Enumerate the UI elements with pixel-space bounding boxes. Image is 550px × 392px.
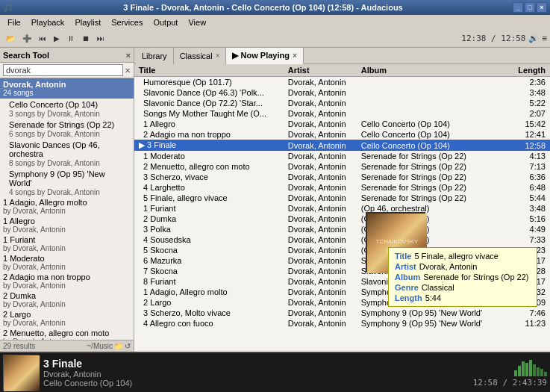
tab-nowplaying-label: ▶ Now Playing — [232, 51, 289, 60]
sidebar-single-6[interactable]: 2 Largo by Dvorak, Antonin — [0, 309, 134, 328]
tab-classical[interactable]: Classical × — [174, 48, 227, 64]
track-album: Symphony 9 (Op 95) 'New World' — [357, 308, 510, 318]
track-length: 6:36 — [510, 172, 550, 182]
track-album: Serenade for Strings (Op 22) — [357, 193, 510, 203]
track-title: 1 Allegro — [134, 119, 284, 129]
table-row[interactable]: Slavonic Dance (Op 72.2) 'Star... Dvorak… — [134, 98, 550, 108]
menu-view[interactable]: View — [184, 16, 210, 28]
sidebar-list: Dvorak, Antonin 24 songs Cello Concerto … — [0, 78, 134, 340]
table-row[interactable]: 1 Moderato Dvorak, Antonin Serenade for … — [134, 151, 550, 161]
sidebar-album-item-0[interactable]: Cello Concerto (Op 104) 3 songs by Dvora… — [0, 99, 134, 119]
search-clear-icon[interactable]: ✕ — [125, 66, 131, 75]
sidebar-single-1[interactable]: 1 Allegro by Dvorak, Antonin — [0, 216, 134, 234]
menu-playlist[interactable]: Playlist — [70, 16, 105, 28]
time-info: 12:58 / 2:43:39 — [473, 378, 547, 388]
track-length: 5:44 — [510, 193, 550, 203]
table-row[interactable]: 1 Furiant Dvorak, Antonin (Op 46, orches… — [134, 203, 550, 214]
table-row[interactable]: 3 Scherzo, Molto vivace Dvorak, Antonin … — [134, 308, 550, 318]
track-title: 3 Polka — [134, 224, 284, 234]
now-playing-album: Cello Concerto (Op 104) — [43, 379, 469, 388]
prev-button[interactable]: ⏮ — [36, 32, 49, 46]
track-length: 4:49 — [510, 224, 550, 234]
menu-playback[interactable]: Playback — [27, 16, 69, 28]
time-display: 12:38 / 12:58 🔊 ≡ — [461, 34, 547, 43]
track-length: 7:33 — [510, 234, 550, 245]
search-input[interactable] — [3, 64, 123, 76]
table-row[interactable]: 2 Adagio ma non troppo Dvorak, Antonin C… — [134, 129, 550, 140]
table-row[interactable]: 3 Scherzo, vivace Dvorak, Antonin Serena… — [134, 172, 550, 182]
tab-library[interactable]: Library — [136, 48, 174, 64]
track-title: 3 Scherzo, vivace — [134, 172, 284, 182]
tab-nowplaying-close[interactable]: × — [293, 52, 297, 60]
table-row[interactable]: 2 Menuetto, allegro con moto Dvorak, Ant… — [134, 161, 550, 172]
track-title: 2 Adagio ma non troppo — [134, 129, 284, 140]
track-title: ▶ 3 Finale — [134, 140, 284, 151]
table-row[interactable]: 4 Larghetto Dvorak, Antonin Serenade for… — [134, 182, 550, 193]
sidebar-single-3[interactable]: 1 Moderato by Dvorak, Antonin — [0, 253, 134, 272]
track-length: 12:41 — [510, 129, 550, 140]
tooltip-artist-value: Dvorak, Antonin — [419, 262, 478, 271]
table-row[interactable]: Humoresque (Op 101.7) Dvorak, Antonin 2:… — [134, 77, 550, 88]
album-name-1: Serenade for Strings (Op 22) — [3, 119, 131, 130]
sidebar-single-4[interactable]: 2 Adagio ma non troppo by Dvorak, Antoni… — [0, 272, 134, 290]
tooltip-album-value: Serenade for Strings (Op 22) — [423, 273, 528, 281]
tooltip-album-row: Album Serenade for Strings (Op 22) — [395, 272, 531, 282]
menu-output[interactable]: Output — [149, 16, 182, 28]
track-album — [357, 108, 510, 119]
tooltip-title-label: Title — [395, 252, 411, 261]
track-title: 5 Finale, allegro vivace — [134, 193, 284, 203]
table-row[interactable]: 1 Allegro Dvorak, Antonin Cello Concerto… — [134, 119, 550, 129]
track-artist: Dvorak, Antonin — [284, 308, 357, 318]
track-album: Serenade for Strings (Op 22) — [357, 151, 510, 161]
stop-button[interactable]: ⏹ — [79, 32, 93, 46]
sidebar-album-item-1[interactable]: Serenade for Strings (Op 22) 6 songs by … — [0, 119, 134, 139]
tabs-bar: Library Classical × ▶ Now Playing × — [134, 48, 550, 64]
sidebar-album-item-3[interactable]: Symphony 9 (Op 95) 'New World' 4 songs b… — [0, 168, 134, 197]
viz-bar — [518, 366, 521, 376]
sidebar-single-7[interactable]: 2 Menuetto, allegro con moto by Dvorak, … — [0, 328, 134, 340]
titlebar-title: 3 Finale - Dvorak, Antonin - Cello Conce… — [13, 3, 513, 12]
track-album: Serenade for Strings (Op 22) — [357, 182, 510, 193]
artist-count: 24 songs — [3, 89, 131, 97]
sidebar-single-0[interactable]: 1 Adagio, Allegro molto by Dvorak, Anton… — [0, 197, 134, 216]
add-button[interactable]: ➕ — [19, 32, 34, 46]
sidebar-single-5[interactable]: 2 Dumka by Dvorak, Antonin — [0, 290, 134, 309]
table-row[interactable]: 2 Dumka Dvorak, Antonin (Op 46, orchestr… — [134, 214, 550, 224]
track-album: Cello Concerto (Op 104) — [357, 119, 510, 129]
play-button[interactable]: ▶ — [51, 32, 63, 46]
table-row[interactable]: 4 Allegro con fuoco Dvorak, Antonin Symp… — [134, 318, 550, 329]
titlebar: 🎵 3 Finale - Dvorak, Antonin - Cello Con… — [0, 0, 550, 15]
next-button[interactable]: ⏭ — [94, 32, 107, 46]
menu-services[interactable]: Services — [107, 16, 147, 28]
tooltip-length-value: 5:44 — [425, 293, 441, 302]
table-row[interactable]: 5 Finale, allegro vivace Dvorak, Antonin… — [134, 193, 550, 203]
track-artist: Dvorak, Antonin — [284, 255, 357, 266]
now-playing-title: 3 Finale — [43, 358, 469, 370]
pause-button[interactable]: ⏸ — [64, 32, 78, 46]
open-button[interactable]: 📂 — [3, 32, 18, 46]
menu-file[interactable]: File — [3, 16, 25, 28]
table-row[interactable]: Slavonic Dance (Op 46.3) 'Polk... Dvorak… — [134, 87, 550, 98]
col-album: Album — [357, 64, 510, 77]
track-artist: Dvorak, Antonin — [284, 193, 357, 203]
table-row[interactable]: 3 Polka Dvorak, Antonin (Op 46, orchestr… — [134, 224, 550, 234]
sidebar: Search Tool × ✕ Dvorak, Antonin 24 songs… — [0, 48, 134, 352]
table-row[interactable]: Songs My Mother Taught Me (O... Dvorak, … — [134, 108, 550, 119]
sidebar-album-item-2[interactable]: Slavonic Dances (Op 46, orchestra 8 song… — [0, 139, 134, 168]
sidebar-single-2[interactable]: 1 Furiant by Dvorak, Antonin — [0, 234, 134, 253]
table-row[interactable]: 4 Sousedska Dvorak, Antonin (Op 46, orch… — [134, 234, 550, 245]
tab-classical-close[interactable]: × — [216, 52, 220, 60]
table-row[interactable]: ▶ 3 Finale Dvorak, Antonin Cello Concert… — [134, 140, 550, 151]
track-title: 2 Dumka — [134, 214, 284, 224]
close-button[interactable]: × — [537, 2, 547, 13]
track-artist: Dvorak, Antonin — [284, 266, 357, 276]
maximize-button[interactable]: □ — [525, 2, 535, 13]
track-artist: Dvorak, Antonin — [284, 87, 357, 98]
track-title: 3 Scherzo, Molto vivace — [134, 308, 284, 318]
refresh-icon[interactable]: ↺ — [125, 342, 131, 350]
sidebar-close-icon[interactable]: × — [126, 51, 131, 60]
tab-nowplaying[interactable]: ▶ Now Playing × — [226, 48, 303, 64]
minimize-button[interactable]: _ — [513, 2, 523, 13]
track-length: 2:36 — [510, 77, 550, 88]
track-artist: Dvorak, Antonin — [284, 151, 357, 161]
